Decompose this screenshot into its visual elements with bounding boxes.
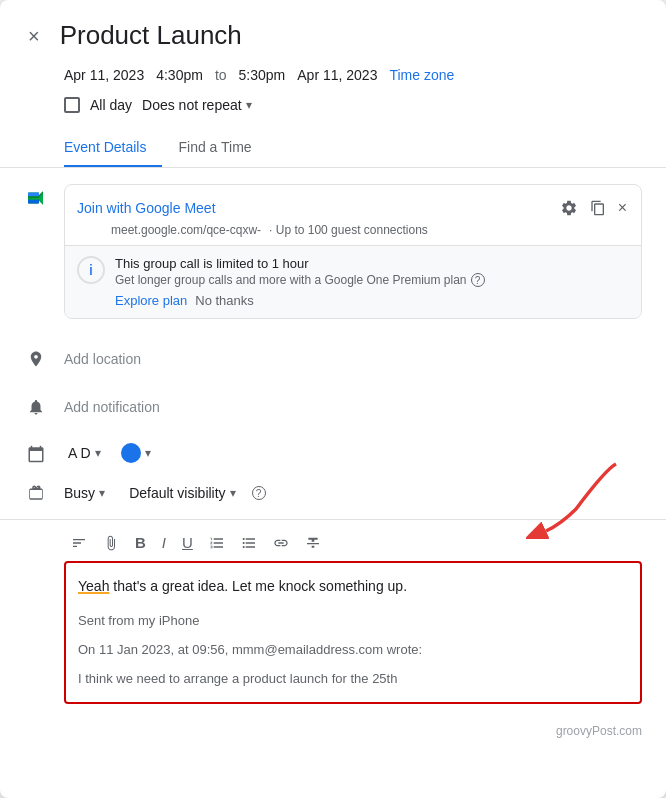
description-text-area[interactable]: Yeah that's a great idea. Let me knock s… <box>64 561 642 704</box>
notification-row: Add notification <box>0 383 666 431</box>
close-icon: × <box>618 199 627 217</box>
description-blank2 <box>78 632 628 640</box>
allday-row: All day Does not repeat ▾ <box>0 91 666 129</box>
underline-button[interactable]: U <box>175 528 200 557</box>
description-line3: Sent from my iPhone <box>78 611 628 632</box>
calendar-chevron-icon: ▾ <box>95 446 101 460</box>
meet-copy-button[interactable] <box>588 198 608 218</box>
meet-header: Join with Google Meet × <box>65 185 641 223</box>
datetime-row: Apr 11, 2023 4:30pm to 5:30pm Apr 11, 20… <box>0 59 666 91</box>
time-end[interactable]: 5:30pm <box>239 67 286 83</box>
status-visibility-row: Busy ▾ Default visibility ▾ ? <box>0 475 666 519</box>
description-blank1 <box>78 597 628 611</box>
upgrade-links: Explore plan No thanks <box>115 293 629 308</box>
ordered-list-button[interactable] <box>202 529 232 557</box>
description-line7: I think we need to arrange a product lau… <box>78 669 628 690</box>
timezone-link[interactable]: Time zone <box>389 67 454 83</box>
no-thanks-button[interactable]: No thanks <box>195 293 254 308</box>
watermark-text: groovyPost.com <box>556 724 642 738</box>
notification-icon <box>24 395 48 419</box>
meet-remove-button[interactable]: × <box>616 197 629 219</box>
visibility-selector[interactable]: Default visibility ▾ <box>121 479 243 507</box>
color-chevron-icon: ▾ <box>145 446 151 460</box>
italic-icon: I <box>162 534 166 551</box>
description-line5: On 11 Jan 2023, at 09:56, mmm@emailaddre… <box>78 640 628 661</box>
bold-icon: B <box>135 534 146 551</box>
tab-event-details[interactable]: Event Details <box>64 129 162 167</box>
visibility-chevron-icon: ▾ <box>230 486 236 500</box>
calendar-name: A D <box>68 445 91 461</box>
unordered-list-button[interactable] <box>234 529 264 557</box>
tab-find-a-time[interactable]: Find a Time <box>178 129 267 167</box>
upgrade-text: This group call is limited to 1 hour Get… <box>115 256 629 308</box>
meet-settings-button[interactable] <box>558 197 580 219</box>
upgrade-banner: i This group call is limited to 1 hour G… <box>65 245 641 318</box>
briefcase-icon <box>24 481 48 505</box>
watermark: groovyPost.com <box>0 720 666 746</box>
description-blank3 <box>78 661 628 669</box>
location-row: Add location <box>0 335 666 383</box>
time-separator: to <box>215 67 227 83</box>
repeat-selector[interactable]: Does not repeat ▾ <box>142 97 252 113</box>
bold-button[interactable]: B <box>128 528 153 557</box>
link-button[interactable] <box>266 529 296 557</box>
dialog-header: × Product Launch <box>0 0 666 59</box>
color-picker-row: ▾ <box>121 443 151 463</box>
calendar-selector[interactable]: A D ▾ <box>60 439 109 467</box>
tabs-row: Event Details Find a Time <box>0 129 666 168</box>
close-icon: × <box>28 26 40 46</box>
event-title: Product Launch <box>60 20 642 51</box>
time-start[interactable]: 4:30pm <box>156 67 203 83</box>
date-start: Apr 11, 2023 <box>64 67 144 83</box>
close-button[interactable]: × <box>24 22 44 50</box>
upgrade-title: This group call is limited to 1 hour <box>115 256 629 271</box>
location-placeholder[interactable]: Add location <box>64 351 141 367</box>
italic-button[interactable]: I <box>155 528 173 557</box>
description-container: B I U Yeah <box>0 519 666 704</box>
event-color-circle[interactable] <box>121 443 141 463</box>
help-icon: ? <box>252 486 266 500</box>
calendar-row: A D ▾ ▾ <box>0 431 666 475</box>
busy-selector[interactable]: Busy ▾ <box>56 479 113 507</box>
meet-section: Join with Google Meet × meet.google.com/… <box>0 168 666 335</box>
repeat-label: Does not repeat <box>142 97 242 113</box>
busy-label: Busy <box>64 485 95 501</box>
visibility-help-button[interactable]: ? <box>252 486 266 500</box>
meet-join-title[interactable]: Join with Google Meet <box>77 200 548 216</box>
description-line1: Yeah that's a great idea. Let me knock s… <box>78 575 628 597</box>
meet-link: meet.google.com/qce-cqxw- <box>111 223 261 237</box>
toolbar-row: B I U <box>0 519 666 557</box>
underline-icon: U <box>182 534 193 551</box>
upgrade-desc: Get longer group calls and more with a G… <box>115 273 629 287</box>
help-circle-icon[interactable]: ? <box>471 273 485 287</box>
strikethrough-button[interactable] <box>298 529 328 557</box>
busy-chevron-icon: ▾ <box>99 486 105 500</box>
meet-link-row: meet.google.com/qce-cqxw- · Up to 100 gu… <box>65 223 641 245</box>
google-one-icon: i <box>77 256 105 284</box>
meet-card: Join with Google Meet × meet.google.com/… <box>64 184 642 319</box>
explore-plan-link[interactable]: Explore plan <box>115 293 187 308</box>
attachment-button[interactable] <box>96 529 126 557</box>
text-formatting-menu-button[interactable] <box>64 529 94 557</box>
event-dialog: × Product Launch Apr 11, 2023 4:30pm to … <box>0 0 666 798</box>
notification-placeholder[interactable]: Add notification <box>64 399 160 415</box>
meet-icon <box>24 186 48 210</box>
meet-guest-info: · Up to 100 guest connections <box>269 223 428 237</box>
chevron-down-icon: ▾ <box>246 98 252 112</box>
meet-actions: × <box>558 197 629 219</box>
description-line1-rest: that's a great idea. Let me knock someth… <box>113 578 407 594</box>
location-icon <box>24 347 48 371</box>
yeah-text: Yeah <box>78 578 109 594</box>
calendar-icon <box>24 442 48 466</box>
allday-checkbox[interactable] <box>64 97 80 113</box>
visibility-label: Default visibility <box>129 485 225 501</box>
allday-label: All day <box>90 97 132 113</box>
date-end: Apr 11, 2023 <box>297 67 377 83</box>
